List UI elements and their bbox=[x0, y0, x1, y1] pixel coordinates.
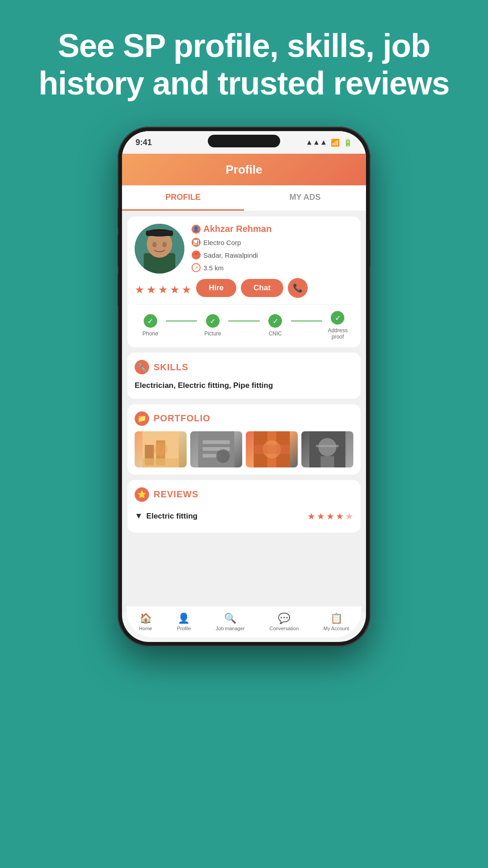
profile-card: 👤 Akhzar Rehman 📊 Electro Corp 📍 Sadar, … bbox=[127, 217, 361, 347]
nav-profile[interactable]: 👤 Profile bbox=[177, 613, 191, 631]
review-star-2: ★ bbox=[317, 511, 325, 522]
scroll-content: 👤 Akhzar Rehman 📊 Electro Corp 📍 Sadar, … bbox=[122, 211, 366, 613]
bottom-nav: 🏠 Home 👤 Profile 🔍 Job manager 💬 Convers… bbox=[127, 606, 361, 637]
volume-down-button bbox=[117, 235, 118, 267]
review-star-3: ★ bbox=[326, 511, 334, 522]
svg-point-16 bbox=[216, 449, 230, 463]
verify-cnic-check: ✓ bbox=[268, 314, 282, 328]
nav-home-label: Home bbox=[139, 626, 152, 631]
camera-notch bbox=[208, 135, 280, 147]
verify-picture-check: ✓ bbox=[206, 314, 220, 328]
portfolio-img-4[interactable] bbox=[301, 431, 353, 467]
status-time: 9:41 bbox=[136, 138, 152, 147]
home-icon: 🏠 bbox=[140, 613, 152, 624]
verify-picture: ✓ Picture bbox=[197, 314, 228, 337]
svg-point-6 bbox=[162, 242, 167, 247]
nav-my-account[interactable]: 📋 My Account bbox=[324, 613, 349, 631]
svg-point-5 bbox=[152, 242, 157, 247]
skills-content: Electrician, Electric fitting, Pipe fitt… bbox=[135, 380, 353, 392]
star-3: ★ bbox=[158, 283, 168, 296]
tab-my-ads[interactable]: MY ADS bbox=[244, 185, 366, 211]
review-item[interactable]: ▼ Electric fitting ★ ★ ★ ★ ★ bbox=[135, 507, 353, 525]
review-star-5: ★ bbox=[345, 511, 353, 522]
call-button[interactable]: 📞 bbox=[288, 278, 308, 298]
review-title-area: ▼ Electric fitting bbox=[135, 511, 197, 521]
verify-cnic-label: CNIC bbox=[268, 330, 282, 337]
rating-stars: ★ ★ ★ ★ ★ bbox=[135, 283, 192, 296]
nav-home[interactable]: 🏠 Home bbox=[139, 613, 152, 631]
svg-rect-23 bbox=[321, 456, 334, 467]
svg-rect-24 bbox=[316, 445, 339, 447]
star-4: ★ bbox=[170, 283, 180, 296]
verify-picture-label: Picture bbox=[204, 330, 221, 337]
hire-button[interactable]: Hire bbox=[196, 279, 236, 297]
svg-rect-13 bbox=[203, 440, 230, 444]
portfolio-section-title: 📁 PORTFOLIO bbox=[135, 411, 353, 426]
conversation-icon: 💬 bbox=[278, 613, 290, 624]
verify-phone-label: Phone bbox=[142, 330, 158, 337]
profile-top: 👤 Akhzar Rehman 📊 Electro Corp 📍 Sadar, … bbox=[135, 224, 353, 274]
verify-phone-check: ✓ bbox=[144, 314, 157, 328]
verification-row: ✓ Phone ✓ Picture ✓ CNIC bbox=[135, 304, 353, 340]
nav-job-manager[interactable]: 🔍 Job manager bbox=[216, 613, 244, 631]
verify-phone: ✓ Phone bbox=[135, 314, 166, 337]
review-label: Electric fitting bbox=[146, 512, 197, 521]
portfolio-img-3[interactable] bbox=[246, 431, 298, 467]
profile-icon: 👤 bbox=[178, 613, 190, 624]
job-manager-icon: 🔍 bbox=[224, 613, 236, 624]
volume-up-button bbox=[117, 208, 118, 228]
nav-conversation[interactable]: 💬 Conversation bbox=[269, 613, 299, 631]
star-2: ★ bbox=[146, 283, 156, 296]
app-header: Profile bbox=[122, 154, 366, 185]
profile-distance: ↗ 3.5 km bbox=[192, 263, 353, 272]
skills-title-text: SKILLS bbox=[154, 362, 188, 373]
power-button bbox=[370, 240, 371, 267]
distance-icon: ↗ bbox=[192, 263, 201, 272]
profile-info: 👤 Akhzar Rehman 📊 Electro Corp 📍 Sadar, … bbox=[192, 224, 353, 274]
verify-line-3 bbox=[291, 321, 322, 321]
reviews-title-text: REVIEWS bbox=[154, 489, 198, 500]
portfolio-img-1[interactable] bbox=[135, 431, 187, 467]
app-header-title: Profile bbox=[226, 163, 263, 177]
portfolio-images bbox=[135, 431, 353, 467]
verify-line-2 bbox=[228, 321, 259, 321]
star-1: ★ bbox=[135, 283, 145, 296]
hero-title: See SP profile, skills, job history and … bbox=[0, 0, 488, 116]
skills-section-title: 🔧 SKILLS bbox=[135, 360, 353, 374]
signal-icon: ▲▲▲ bbox=[305, 138, 327, 146]
avatar bbox=[135, 224, 184, 274]
tab-profile[interactable]: PROFILE bbox=[122, 185, 244, 211]
verify-address: ✓ Address proof bbox=[322, 311, 353, 340]
nav-conversation-label: Conversation bbox=[269, 626, 299, 631]
profile-company: 📊 Electro Corp bbox=[192, 238, 353, 247]
portfolio-card: 📁 PORTFOLIO bbox=[127, 404, 361, 475]
reviews-card: ⭐ REVIEWS ▼ Electric fitting ★ ★ ★ ★ bbox=[127, 480, 361, 533]
review-star-1: ★ bbox=[307, 511, 315, 522]
chat-button[interactable]: Chat bbox=[241, 279, 283, 297]
verify-line-1 bbox=[166, 321, 197, 321]
portfolio-img-2[interactable] bbox=[190, 431, 242, 467]
review-star-4: ★ bbox=[336, 511, 344, 522]
reviews-icon: ⭐ bbox=[135, 487, 149, 502]
battery-icon: 🔋 bbox=[343, 138, 352, 147]
portfolio-title-text: PORTFOLIO bbox=[154, 413, 211, 424]
verify-cnic: ✓ CNIC bbox=[260, 314, 291, 337]
status-icons: ▲▲▲ 📶 🔋 bbox=[305, 138, 352, 147]
tab-bar: PROFILE MY ADS bbox=[122, 185, 366, 211]
reviews-section-title: ⭐ REVIEWS bbox=[135, 487, 353, 502]
company-icon: 📊 bbox=[192, 238, 201, 247]
review-stars: ★ ★ ★ ★ ★ bbox=[307, 511, 353, 522]
skills-card: 🔧 SKILLS Electrician, Electric fitting, … bbox=[127, 353, 361, 399]
svg-rect-20 bbox=[254, 445, 290, 454]
status-bar: 9:41 ▲▲▲ 📶 🔋 bbox=[122, 131, 366, 154]
nav-profile-label: Profile bbox=[177, 626, 191, 631]
skills-icon: 🔧 bbox=[135, 360, 149, 374]
review-expand-icon: ▼ bbox=[135, 511, 143, 521]
nav-my-account-label: My Account bbox=[324, 626, 349, 631]
svg-rect-11 bbox=[143, 458, 179, 467]
mute-button bbox=[117, 274, 118, 305]
profile-buttons: ★ ★ ★ ★ ★ Hire Chat 📞 bbox=[135, 278, 353, 298]
svg-point-10 bbox=[154, 443, 168, 456]
profile-name: 👤 Akhzar Rehman bbox=[192, 224, 353, 234]
location-icon: 📍 bbox=[192, 250, 201, 259]
